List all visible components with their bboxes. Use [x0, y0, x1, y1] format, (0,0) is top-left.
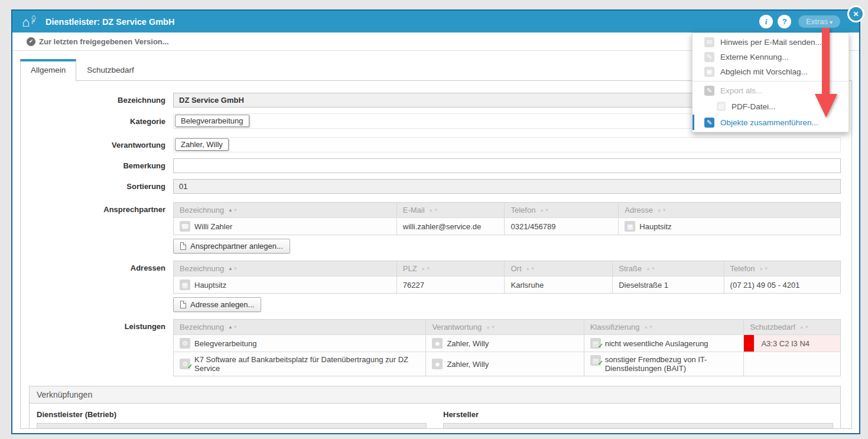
- sort-icon: ▲▼: [644, 324, 654, 330]
- pdf-file-icon: ▤: [717, 102, 726, 111]
- column-header-verantwortung[interactable]: Verantwortung▲▼: [425, 320, 583, 334]
- sort-icon: ▲▼: [526, 266, 536, 271]
- table-row[interactable]: ⚙✓K7 Software auf Bankarbeitsplatz für D…: [174, 352, 840, 376]
- column-header-schutzbedarf[interactable]: Schutzbedarf▲▼: [743, 320, 840, 334]
- menu-item-externe-kennung[interactable]: ✎ Externe Kennung...: [693, 50, 849, 64]
- bezeichnung-label: Bezeichnung: [21, 96, 165, 105]
- menu-item-objekte-zusammenfuehren[interactable]: ✎ Objekte zusammenführen...: [693, 115, 849, 130]
- column-header-bezeichnung[interactable]: Bezeichnung▲▼: [174, 203, 396, 217]
- new-document-icon: [180, 242, 186, 250]
- menu-separator: [693, 81, 849, 82]
- person-icon: ☻: [432, 338, 443, 349]
- verknuepfungen-title: Verknüpfungen: [30, 386, 840, 404]
- edit-square-icon: ✎: [704, 52, 714, 62]
- bemerkung-row: Bemerkung: [21, 158, 841, 173]
- tab-schutzbedarf[interactable]: Schutzbedarf: [76, 60, 145, 80]
- copy-icon: ▣: [704, 67, 714, 77]
- sort-icon: ▲▼: [657, 207, 667, 213]
- table-row[interactable]: ⚙Belegverarbeitung ☻Zahler, Willy ▤✓nich…: [174, 334, 840, 352]
- column-header-telefon[interactable]: Telefon▲▼: [504, 203, 618, 217]
- service-gear-icon: ⚙✓: [180, 359, 190, 369]
- export-icon: ✎: [704, 86, 714, 96]
- kategorie-chip[interactable]: Belegverarbeitung: [175, 115, 249, 127]
- page-background: ⌂ ⌂ ↱ Dienstleister: DZ Service GmbH i ?…: [0, 0, 868, 439]
- table-row[interactable]: ☎Willi Zahler willi.zahler@service.de 03…: [174, 217, 840, 235]
- schutzbedarf-red-indicator: [744, 335, 754, 352]
- column-header-klassifizierung[interactable]: Klassifizierung▲▼: [584, 320, 744, 334]
- person-icon: ☻: [432, 359, 443, 369]
- verknuepfungen-section: Verknüpfungen Dienstleister (Betrieb) Be…: [29, 386, 841, 429]
- verantwortung-row: Verantwortung Zahler, Willy: [21, 137, 841, 152]
- info-icon[interactable]: i: [759, 15, 773, 28]
- service-gear-icon: ⚙: [180, 338, 190, 349]
- ansprechpartner-table: Bezeichnung▲▼ E-Mail▲▼ Telefon▲▼ Adresse…: [173, 202, 841, 235]
- help-icon[interactable]: ?: [778, 15, 791, 28]
- contact-phone-icon: ☎: [180, 221, 190, 232]
- bemerkung-label: Bemerkung: [21, 161, 165, 170]
- sort-icon: ▲▼: [228, 324, 238, 330]
- check-circle-icon: ✔: [27, 37, 35, 46]
- extras-button[interactable]: Extras▾: [798, 15, 840, 28]
- leistungen-table: Bezeichnung▲▼ Verantwortung▲▼ Klassifizi…: [173, 319, 841, 376]
- menu-item-hinweis-email[interactable]: ✉ Hinweis per E-Mail senden...: [693, 35, 849, 50]
- bemerkung-field[interactable]: [173, 158, 841, 173]
- dienstleister-betrieb-label: Dienstleister (Betrieb): [37, 410, 427, 419]
- column-header-email[interactable]: E-Mail▲▼: [396, 203, 505, 217]
- dienstleister-betrieb-column: Dienstleister (Betrieb) Bezeichnung ▲▼: [37, 410, 427, 429]
- menu-item-export-als[interactable]: ✎ Export als...: [693, 83, 849, 98]
- column-header-bezeichnung[interactable]: Bezeichnung▲▼: [174, 320, 425, 334]
- column-header-telefon[interactable]: Telefon▲▼: [724, 261, 840, 276]
- classification-document-icon: ▤✓: [590, 338, 601, 349]
- extras-dropdown-menu: ✉ Hinweis per E-Mail senden... ✎ Externe…: [692, 32, 849, 132]
- merge-objects-icon: ✎: [704, 118, 714, 128]
- column-header-adresse[interactable]: Adresse▲▼: [618, 203, 840, 217]
- sort-icon: ▲▼: [799, 324, 810, 330]
- address-icon: ▦: [625, 221, 635, 232]
- classification-document-icon: ▤✓: [590, 355, 601, 366]
- hersteller-column: Hersteller Bezeichnung ▲▼: [443, 410, 833, 429]
- sort-icon: ▲▼: [228, 207, 238, 213]
- menu-item-abgleich-vorschlag[interactable]: ▣ Abgleich mit Vorschlag...: [693, 64, 849, 79]
- service-provider-icon: ⌂ ⌂ ↱: [22, 15, 40, 28]
- sort-icon: ▲▼: [421, 266, 431, 271]
- verantwortung-field[interactable]: Zahler, Willy: [173, 137, 841, 152]
- leistungen-label: Leistungen: [21, 319, 165, 376]
- adressen-label: Adressen: [21, 261, 165, 312]
- allgemein-panel: Bezeichnung Kategorie Belegverarbeitung …: [20, 80, 852, 429]
- column-header-bezeichnung[interactable]: Bezeichnung ▲▼: [37, 423, 427, 429]
- sort-icon: ▲▼: [759, 266, 769, 271]
- adresse-anlegen-button[interactable]: Adresse anlegen...: [173, 297, 261, 312]
- chevron-down-icon: ▾: [830, 19, 833, 25]
- verantwortung-chip[interactable]: Zahler, Willy: [175, 138, 229, 151]
- adressen-section: Adressen Bezeichnung▲▼ PLZ▲▼ Ort▲▼ Straß…: [21, 261, 841, 312]
- sortierung-row: Sortierung: [21, 179, 841, 194]
- address-icon: ▦: [180, 279, 190, 290]
- adressen-table: Bezeichnung▲▼ PLZ▲▼ Ort▲▼ Straße▲▼ Telef…: [173, 261, 841, 294]
- column-header-bezeichnung[interactable]: Bezeichnung▲▼: [174, 261, 396, 276]
- sort-icon: ▲▼: [498, 428, 508, 429]
- sort-icon: ▲▼: [92, 428, 102, 429]
- sort-icon: ▲▼: [646, 266, 656, 271]
- sort-icon: ▲▼: [539, 207, 550, 213]
- ansprechpartner-section: Ansprechpartner Bezeichnung▲▼ E-Mail▲▼ T…: [21, 202, 841, 253]
- ansprechpartner-anlegen-button[interactable]: Ansprechpartner anlegen...: [173, 239, 290, 253]
- close-icon[interactable]: ✕: [847, 5, 864, 22]
- column-header-strasse[interactable]: Straße▲▼: [612, 261, 723, 276]
- schutzbedarf-cell: A3:3 C2 I3 N4: [743, 335, 840, 352]
- last-released-version-link[interactable]: Zur letzten freigegebenen Version...: [39, 37, 169, 46]
- column-header-plz[interactable]: PLZ▲▼: [396, 261, 505, 276]
- kategorie-label: Kategorie: [21, 117, 165, 126]
- sortierung-field[interactable]: [173, 179, 841, 194]
- table-row[interactable]: ▦Hauptsitz 76227 Karlsruhe Dieselstraße …: [174, 276, 840, 293]
- column-header-bezeichnung[interactable]: Bezeichnung ▲▼: [443, 423, 833, 429]
- sort-icon: ▲▼: [228, 266, 238, 271]
- tab-allgemein[interactable]: Allgemein: [20, 59, 76, 81]
- verantwortung-label: Verantwortung: [21, 141, 165, 149]
- envelope-icon: ✉: [704, 37, 714, 47]
- window-titlebar: ⌂ ⌂ ↱ Dienstleister: DZ Service GmbH i ?…: [12, 11, 859, 32]
- new-document-icon: [180, 301, 186, 308]
- sort-icon: ▲▼: [429, 207, 439, 213]
- column-header-ort[interactable]: Ort▲▼: [504, 261, 612, 276]
- leistungen-section: Leistungen Bezeichnung▲▼ Verantwortung▲▼…: [21, 319, 841, 376]
- menu-item-pdf-datei[interactable]: ▤ PDF-Datei...: [693, 98, 849, 115]
